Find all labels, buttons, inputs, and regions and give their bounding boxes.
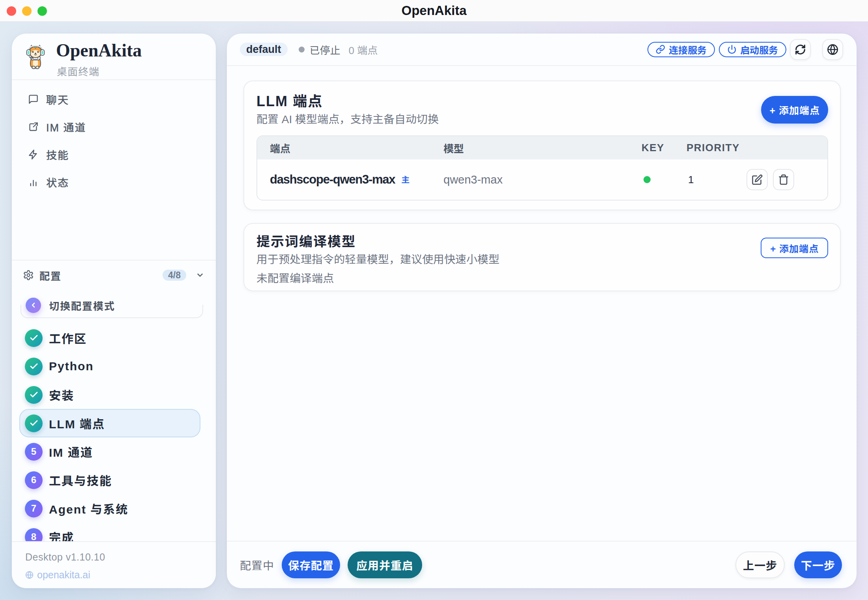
check-circle-icon (25, 358, 43, 375)
step-number-badge: 7 (25, 500, 43, 518)
language-button[interactable] (822, 39, 843, 60)
endpoints-table: 端点 模型 KEY PRIORITY dashscope-qwen3-max 主… (256, 135, 828, 201)
step-label: LLM 端点 (49, 414, 105, 432)
next-step-button[interactable]: 下一步 (794, 551, 842, 578)
config-steps-list: 工作区 Python 安装 LLM 端点 5 IM 通道 6 工具与技能 (12, 324, 216, 541)
window-titlebar: OpenAkita (0, 0, 868, 22)
topbar-actions: 连接服务 启动服务 (647, 39, 843, 60)
check-circle-icon (25, 414, 43, 432)
sidebar-footer: Desktop v1.10.10 openakita.ai (12, 541, 216, 588)
refresh-icon (795, 44, 806, 55)
gear-icon (23, 270, 34, 281)
chat-bubble-icon (28, 94, 39, 105)
add-endpoint-button[interactable]: + 添加端点 (761, 96, 828, 124)
app-version: Desktop v1.10.10 (25, 551, 216, 563)
llm-card-title: LLM 端点 (256, 93, 828, 110)
prompt-compiler-card: 提示词编译模型 用于预处理指令的轻量模型，建议使用快速小模型 + 添加端点 未配… (243, 223, 841, 291)
step-label: IM 通道 (49, 443, 93, 460)
edit-endpoint-button[interactable] (746, 169, 768, 190)
endpoint-actions (746, 169, 827, 190)
globe-icon (827, 44, 838, 55)
main-content: LLM 端点 配置 AI 模型端点，支持主备自动切换 + 添加端点 端点 模型 … (227, 66, 857, 291)
nav-item-skills[interactable]: 技能 (12, 141, 216, 168)
key-status-dot (644, 176, 651, 183)
step-item-llm-endpoints[interactable]: LLM 端点 (19, 409, 200, 437)
brand-name: OpenAkita (56, 40, 142, 61)
website-link[interactable]: openakita.ai (25, 569, 216, 581)
add-compiler-endpoint-button[interactable]: + 添加端点 (761, 238, 828, 258)
step-label: 安装 (49, 386, 74, 403)
step-item-tools-skills[interactable]: 6 工具与技能 (19, 466, 200, 494)
link-icon (656, 45, 665, 54)
step-label: Python (49, 360, 94, 373)
step-number-badge: 6 (25, 471, 43, 489)
endpoint-model: qwen3-max (443, 173, 642, 186)
lightning-icon (28, 149, 39, 160)
prev-step-button[interactable]: 上一步 (735, 551, 785, 578)
config-mode-section: 切换配置模式 (12, 290, 216, 324)
brand-subtitle: 桌面终端 (57, 64, 99, 78)
check-circle-icon (25, 386, 43, 404)
step-item-workspace[interactable]: 工作区 (19, 324, 200, 352)
step-label: 工作区 (49, 329, 87, 347)
nav-item-label: 状态 (46, 174, 69, 190)
power-icon (727, 45, 737, 54)
start-service-button[interactable]: 启动服务 (719, 42, 786, 57)
step-item-im-channels[interactable]: 5 IM 通道 (19, 437, 200, 466)
step-label: 完成 (49, 528, 74, 541)
profile-badge[interactable]: default (240, 43, 288, 56)
zoom-window-button[interactable] (37, 6, 47, 16)
connect-service-button[interactable]: 连接服务 (647, 42, 715, 57)
col-key: KEY (642, 142, 687, 154)
config-mode-toggle[interactable]: 切换配置模式 (12, 290, 216, 321)
apply-restart-button[interactable]: 应用并重启 (348, 551, 422, 578)
chevron-left-icon[interactable] (26, 298, 41, 313)
sidebar-nav: 聊天 IM 通道 技能 状态 (12, 80, 216, 196)
step-label: Agent 与系统 (49, 500, 128, 517)
minimize-window-button[interactable] (22, 6, 32, 16)
website-label: openakita.ai (37, 569, 90, 581)
nav-item-label: 技能 (46, 147, 69, 162)
globe-icon (25, 571, 34, 579)
llm-card-subtitle: 配置 AI 模型端点，支持主备自动切换 (256, 113, 828, 126)
edit-icon (752, 174, 763, 185)
delete-endpoint-button[interactable] (773, 169, 794, 190)
config-section-header[interactable]: 配置 4/8 (12, 260, 216, 290)
status-label: 已停止 (310, 42, 340, 57)
compiler-card-subtitle: 用于预处理指令的轻量模型，建议使用快速小模型 (256, 253, 828, 266)
col-model: 模型 (443, 141, 642, 155)
bottom-bar: 配置中 保存配置 应用并重启 上一步 下一步 (227, 541, 857, 588)
config-progress-badge: 4/8 (163, 270, 186, 281)
chevron-down-icon[interactable] (196, 271, 204, 279)
step-number-badge: 5 (25, 443, 43, 461)
nav-item-chat[interactable]: 聊天 (12, 85, 216, 113)
sidebar-header: OpenAkita 桌面终端 (12, 34, 216, 80)
refresh-button[interactable] (790, 39, 811, 60)
app-background: OpenAkita 桌面终端 聊天 IM 通道 技能 状态 配置 (0, 22, 868, 600)
step-item-install[interactable]: 安装 (19, 381, 200, 409)
step-item-python[interactable]: Python (19, 352, 200, 381)
config-mode-label: 切换配置模式 (49, 298, 115, 313)
endpoint-key-cell (642, 176, 687, 183)
status-dot (299, 47, 305, 52)
endpoint-name: dashscope-qwen3-max 主 (257, 172, 443, 187)
nav-item-im-channels[interactable]: IM 通道 (12, 113, 216, 141)
step-number-badge: 8 (25, 528, 43, 542)
config-section-label: 配置 (39, 268, 62, 283)
primary-tag: 主 (401, 173, 410, 185)
save-config-button[interactable]: 保存配置 (282, 551, 340, 578)
bar-chart-icon (28, 177, 39, 188)
connect-service-label: 连接服务 (669, 43, 707, 56)
check-circle-icon (25, 329, 43, 347)
step-label: 工具与技能 (49, 471, 112, 489)
col-priority: PRIORITY (687, 142, 746, 154)
step-item-finish[interactable]: 8 完成 (19, 523, 200, 541)
nav-item-status[interactable]: 状态 (12, 168, 216, 196)
endpoint-row: dashscope-qwen3-max 主 qwen3-max 1 (257, 159, 827, 200)
start-service-label: 启动服务 (740, 43, 778, 56)
trash-icon (778, 174, 789, 185)
close-window-button[interactable] (7, 6, 16, 16)
config-status-label: 配置中 (240, 557, 274, 573)
main-topbar: default 已停止 0 端点 连接服务 启动服务 (227, 34, 857, 66)
step-item-agent-system[interactable]: 7 Agent 与系统 (19, 494, 200, 523)
